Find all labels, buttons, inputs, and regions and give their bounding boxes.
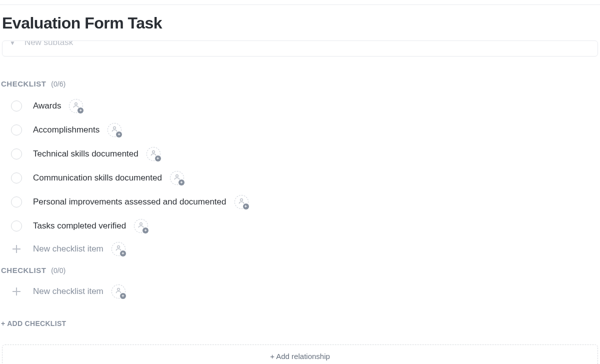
checklist-item[interactable]: Communication skills documented + bbox=[1, 166, 599, 190]
plus-badge-icon: + bbox=[78, 108, 84, 114]
checkbox-icon[interactable] bbox=[11, 124, 22, 136]
svg-point-3 bbox=[176, 174, 178, 177]
checklist-item[interactable]: Personal improvements assessed and docum… bbox=[1, 190, 599, 214]
page-title: Evaluation Form Task bbox=[0, 5, 600, 40]
add-relationship-label: + Add relationship bbox=[270, 352, 330, 360]
svg-point-5 bbox=[140, 222, 142, 225]
checklist-item-label: Communication skills documented bbox=[33, 173, 162, 183]
checklist: Awards + Accomplishments + Technical ski… bbox=[0, 94, 600, 260]
plus-badge-icon: + bbox=[116, 132, 122, 138]
plus-badge-icon: + bbox=[120, 250, 126, 256]
plus-badge-icon: + bbox=[120, 293, 126, 299]
assign-person-icon[interactable]: + bbox=[112, 242, 126, 256]
checklist-header: CHECKLIST (0/6) bbox=[0, 56, 600, 94]
new-checklist-item-placeholder: New checklist item bbox=[33, 286, 104, 296]
checklist: New checklist item + bbox=[0, 280, 600, 302]
checklist-label: CHECKLIST bbox=[1, 80, 46, 88]
assign-person-icon[interactable]: + bbox=[170, 171, 184, 185]
svg-point-7 bbox=[117, 288, 120, 290]
checklist-item[interactable]: Accomplishments + bbox=[1, 118, 599, 142]
new-subtask-row[interactable]: ▼ New subtask bbox=[2, 40, 598, 56]
assign-person-icon[interactable]: + bbox=[108, 123, 122, 137]
checkbox-icon[interactable] bbox=[11, 172, 22, 184]
checkbox-icon[interactable] bbox=[11, 100, 22, 112]
add-checklist-button[interactable]: + ADD CHECKLIST bbox=[0, 302, 600, 328]
checkbox-icon[interactable] bbox=[11, 220, 22, 232]
checkbox-icon[interactable] bbox=[11, 148, 22, 160]
assign-person-icon[interactable]: + bbox=[146, 147, 160, 161]
checklist-count: (0/6) bbox=[51, 80, 66, 88]
new-checklist-item-row[interactable]: New checklist item + bbox=[1, 238, 599, 260]
new-checklist-item-row[interactable]: New checklist item + bbox=[1, 280, 599, 302]
plus-icon bbox=[11, 244, 22, 254]
svg-point-1 bbox=[114, 126, 116, 129]
checklist-item-label: Accomplishments bbox=[33, 125, 100, 135]
svg-point-0 bbox=[75, 102, 78, 105]
svg-point-6 bbox=[117, 246, 120, 248]
plus-badge-icon: + bbox=[178, 180, 184, 186]
svg-point-2 bbox=[152, 150, 154, 153]
svg-point-4 bbox=[240, 198, 242, 201]
assign-person-icon[interactable]: + bbox=[112, 284, 126, 298]
checklist-label: CHECKLIST bbox=[1, 266, 46, 274]
top-divider bbox=[0, 0, 600, 5]
plus-badge-icon: + bbox=[155, 156, 161, 162]
checklist-header: CHECKLIST (0/0) bbox=[0, 260, 600, 280]
checklist-item[interactable]: Awards + bbox=[1, 94, 599, 118]
add-relationship-button[interactable]: + Add relationship bbox=[2, 344, 598, 364]
checklist-item[interactable]: Technical skills documented + bbox=[1, 142, 599, 166]
assign-person-icon[interactable]: + bbox=[134, 219, 148, 233]
checklist-item-label: Awards bbox=[33, 101, 61, 111]
checkbox-icon[interactable] bbox=[11, 196, 22, 208]
assign-person-icon[interactable]: + bbox=[69, 99, 83, 113]
checklist-item-label: Tasks completed verified bbox=[33, 221, 126, 231]
checklist-item-label: Personal improvements assessed and docum… bbox=[33, 197, 226, 207]
new-subtask-placeholder: New subtask bbox=[24, 40, 73, 48]
plus-badge-icon: + bbox=[142, 228, 148, 234]
checklist-item[interactable]: Tasks completed verified + bbox=[1, 214, 599, 238]
checklist-item-label: Technical skills documented bbox=[33, 149, 138, 159]
plus-icon bbox=[11, 286, 22, 297]
checklist-count: (0/0) bbox=[51, 266, 66, 274]
new-checklist-item-placeholder: New checklist item bbox=[33, 244, 104, 254]
plus-badge-icon: + bbox=[243, 204, 249, 210]
chevron-down-icon: ▼ bbox=[10, 40, 16, 46]
assign-person-icon[interactable]: + bbox=[234, 195, 248, 209]
